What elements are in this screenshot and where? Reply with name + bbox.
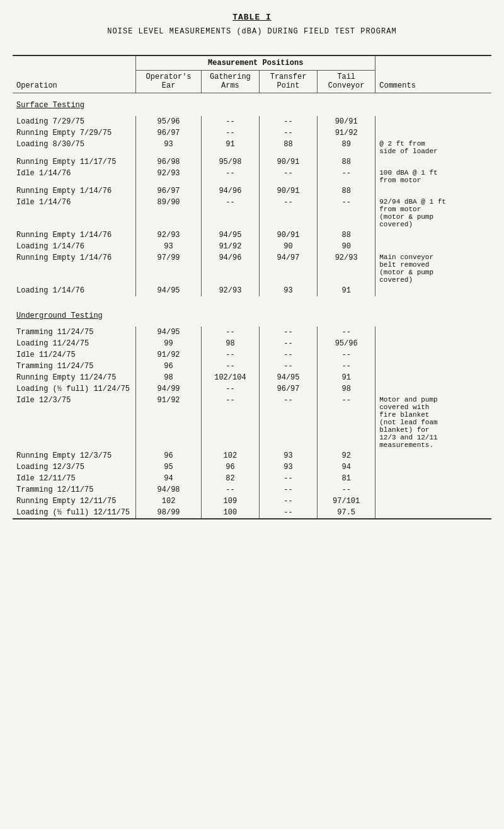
operation-cell: Tramming 11/24/75: [13, 361, 136, 372]
transfer-cell: 93: [259, 285, 317, 296]
tail-cell: --: [318, 395, 375, 450]
data-table: Measurement Positions Operation Operator…: [13, 56, 491, 518]
ear-cell: 93: [136, 241, 202, 252]
table-row: Loading 11/24/75 99 98 -- 95/96: [13, 338, 491, 349]
transfer-cell: --: [259, 473, 317, 484]
tail-cell: 95/96: [318, 338, 375, 349]
tail-cell: 91/92: [318, 127, 375, 139]
transfer-cell: 88: [259, 139, 317, 156]
comments-cell: [375, 327, 491, 338]
table-row: Running Empty 1/14/76 96/97 94/96 90/91 …: [13, 185, 491, 197]
ear-cell: 98: [136, 372, 202, 383]
comments-cell: [375, 383, 491, 395]
transfer-cell: --: [259, 395, 317, 450]
operation-cell: Running Empty 1/14/76: [13, 229, 136, 241]
operation-cell: Idle 1/14/76: [13, 168, 136, 185]
table-row: Loading 8/30/75 93 91 88 89 @ 2 ft froms…: [13, 139, 491, 156]
tail-cell: 92: [318, 450, 375, 461]
ear-cell: 92/93: [136, 168, 202, 185]
tail-cell: 92/93: [318, 252, 375, 285]
comments-cell: [375, 127, 491, 139]
operation-cell: Loading 8/30/75: [13, 139, 136, 156]
comments-cell: [375, 229, 491, 241]
col-header-ear: Operator's Ear: [136, 71, 202, 93]
page-title: TABLE I: [13, 13, 491, 22]
transfer-cell: --: [259, 168, 317, 185]
tail-cell: --: [318, 197, 375, 229]
transfer-cell: --: [259, 197, 317, 229]
ear-cell: 93: [136, 139, 202, 156]
transfer-cell: --: [259, 496, 317, 507]
table-row: Running Empty 11/17/75 96/98 95/98 90/91…: [13, 156, 491, 168]
table-row: Tramming 11/24/75 94/95 -- -- --: [13, 327, 491, 338]
comments-cell: [375, 496, 491, 507]
operation-cell: Loading (½ full) 11/24/75: [13, 383, 136, 395]
table-row: Running Empty 1/14/76 97/99 94/96 94/97 …: [13, 252, 491, 285]
comments-cell: [375, 285, 491, 296]
comments-cell: [375, 349, 491, 361]
ear-cell: 95: [136, 461, 202, 473]
operation-header-empty: [13, 56, 136, 71]
arms-cell: --: [201, 361, 259, 372]
comments-cell: [375, 507, 491, 518]
col-header-arms: Gathering Arms: [201, 71, 259, 93]
operation-cell: Running Empty 11/17/75: [13, 156, 136, 168]
transfer-cell: --: [259, 507, 317, 518]
arms-cell: --: [201, 127, 259, 139]
measurement-positions-header-row: Measurement Positions: [13, 56, 491, 71]
transfer-cell: 90: [259, 241, 317, 252]
operation-cell: Idle 12/3/75: [13, 395, 136, 450]
ear-cell: 94/98: [136, 484, 202, 496]
arms-cell: 92/93: [201, 285, 259, 296]
table-row: Running Empty 12/11/75 102 109 -- 97/101: [13, 496, 491, 507]
table-row: Idle 11/24/75 91/92 -- -- --: [13, 349, 491, 361]
ear-cell: 94/99: [136, 383, 202, 395]
operation-cell: Running Empty 12/11/75: [13, 496, 136, 507]
ear-cell: 96: [136, 450, 202, 461]
column-header-row: Operation Operator's Ear Gathering Arms …: [13, 71, 491, 93]
tail-cell: --: [318, 361, 375, 372]
comments-cell: [375, 156, 491, 168]
operation-cell: Loading 1/14/76: [13, 285, 136, 296]
ear-cell: 94/95: [136, 285, 202, 296]
ear-cell: 89/90: [136, 197, 202, 229]
table-row: Idle 1/14/76 89/90 -- -- -- 92/94 dBA @ …: [13, 197, 491, 229]
comments-cell: 100 dBA @ 1 ftfrom motor: [375, 168, 491, 185]
transfer-cell: 93: [259, 450, 317, 461]
table-row: Loading 1/14/76 93 91/92 90 90: [13, 241, 491, 252]
ear-cell: 96/97: [136, 185, 202, 197]
arms-cell: 94/96: [201, 252, 259, 285]
ear-cell: 91/92: [136, 349, 202, 361]
arms-cell: --: [201, 484, 259, 496]
tail-cell: 90: [318, 241, 375, 252]
table-row: Running Empty 12/3/75 96 102 93 92: [13, 450, 491, 461]
tail-cell: 88: [318, 185, 375, 197]
ear-cell: 94: [136, 473, 202, 484]
transfer-cell: --: [259, 327, 317, 338]
col-header-tail: Tail Conveyor: [318, 71, 375, 93]
arms-cell: --: [201, 116, 259, 127]
transfer-cell: --: [259, 349, 317, 361]
arms-cell: --: [201, 197, 259, 229]
tail-cell: 91: [318, 285, 375, 296]
tail-cell: 98: [318, 383, 375, 395]
operation-cell: Running Empty 1/14/76: [13, 252, 136, 285]
table-row: Loading (½ full) 11/24/75 94/99 -- 96/97…: [13, 383, 491, 395]
table-row: Idle 12/3/75 91/92 -- -- -- Motor and pu…: [13, 395, 491, 450]
comments-cell: @ 2 ft fromside of loader: [375, 139, 491, 156]
arms-cell: --: [201, 349, 259, 361]
tail-cell: --: [318, 484, 375, 496]
table-row: Tramming 11/24/75 96 -- -- --: [13, 361, 491, 372]
arms-cell: --: [201, 327, 259, 338]
col-header-transfer: Transfer Point: [259, 71, 317, 93]
arms-cell: 91/92: [201, 241, 259, 252]
tail-cell: 90/91: [318, 116, 375, 127]
table-row: Loading 7/29/75 95/96 -- -- 90/91: [13, 116, 491, 127]
table-row: Idle 1/14/76 92/93 -- -- -- 100 dBA @ 1 …: [13, 168, 491, 185]
tail-cell: 81: [318, 473, 375, 484]
arms-cell: 94/96: [201, 185, 259, 197]
operation-cell: Tramming 11/24/75: [13, 327, 136, 338]
arms-cell: 94/95: [201, 229, 259, 241]
col-header-operation: Operation: [13, 71, 136, 93]
ear-cell: 95/96: [136, 116, 202, 127]
